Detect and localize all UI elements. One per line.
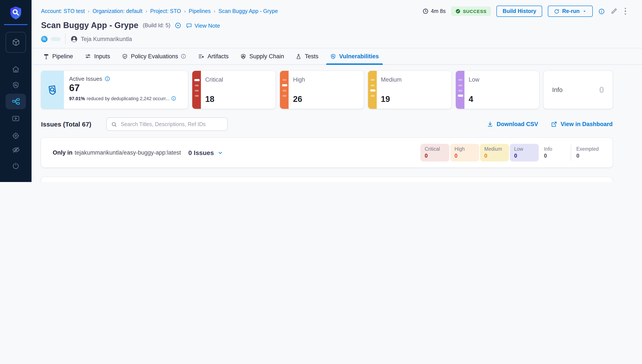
- critical-bar-icon: [192, 71, 201, 109]
- active-issues-count: 67: [69, 82, 183, 94]
- top-actions: 4m 8s SUCCESS Build History Re-run: [423, 6, 628, 17]
- executions-icon[interactable]: [6, 110, 26, 126]
- summary-cards: Active Issues 67 97.01% reduced by dedup…: [41, 71, 613, 109]
- info-card[interactable]: Info 0: [543, 71, 613, 109]
- download-csv-link[interactable]: Download CSV: [487, 121, 538, 128]
- breadcrumb-current[interactable]: Scan Buggy App - Grype: [218, 8, 278, 14]
- discovery-icon[interactable]: [6, 158, 26, 174]
- info-icon: [181, 54, 186, 59]
- chip-medium[interactable]: Medium0: [480, 144, 509, 162]
- flask-icon: [296, 53, 302, 59]
- active-issues-label: Active Issues: [69, 76, 183, 82]
- low-bar-icon: [456, 71, 464, 109]
- breadcrumb-pipelines[interactable]: Pipelines: [189, 8, 211, 14]
- tab-policy-evaluations[interactable]: Policy Evaluations: [122, 48, 186, 64]
- info-icon[interactable]: [598, 8, 605, 14]
- status-badge: SUCCESS: [451, 6, 491, 16]
- info-count: 0: [599, 85, 604, 95]
- execution-meta-row: Teja Kummarikuntla: [41, 34, 628, 44]
- search-input[interactable]: [121, 121, 223, 127]
- view-in-dashboard-link[interactable]: View in Dashboard: [551, 121, 613, 128]
- info-icon[interactable]: [104, 76, 110, 82]
- medium-card[interactable]: Medium 19: [368, 71, 451, 109]
- baselines-eye-off-icon[interactable]: [6, 142, 26, 158]
- breadcrumb-project[interactable]: Project: STO: [150, 8, 181, 14]
- logo-divider: [4, 24, 28, 25]
- main-content: Account: STO test › Organization: defaul…: [32, 0, 642, 182]
- build-history-button[interactable]: Build History: [497, 6, 542, 17]
- top-bar: Account: STO test › Organization: defaul…: [41, 6, 628, 17]
- replay-icon[interactable]: [175, 22, 182, 29]
- breadcrumb-separator: ›: [214, 8, 215, 14]
- home-icon[interactable]: [6, 61, 26, 77]
- tab-bar: Pipeline Inputs Policy Evaluations Artif…: [32, 48, 642, 65]
- artifacts-icon: [198, 53, 205, 60]
- medium-label: Medium: [381, 76, 402, 83]
- refresh-icon: [554, 8, 559, 14]
- module-cube-icon[interactable]: [6, 32, 26, 53]
- medium-count: 19: [381, 94, 390, 104]
- build-id: (Build Id: 5): [143, 22, 170, 28]
- low-card[interactable]: Low 4: [456, 71, 539, 109]
- active-issues-icon-pane: [41, 71, 64, 109]
- only-in-panel: Only in tejakummarikuntla/easy-buggy-app…: [41, 138, 613, 168]
- tab-pipeline[interactable]: Pipeline: [43, 48, 73, 64]
- issues-toolbar: Issues (Total 67) Download CSV View in D…: [41, 118, 613, 131]
- supply-chain-shield-icon: [240, 53, 246, 59]
- title-row: Scan Buggy App - Grype (Build Id: 5) Vie…: [41, 21, 628, 30]
- low-count: 4: [469, 94, 473, 104]
- high-label: High: [293, 76, 305, 83]
- active-issues-card[interactable]: Active Issues 67 97.01% reduced by dedup…: [41, 71, 188, 109]
- shield-search-icon: [47, 84, 58, 96]
- pipelines-icon[interactable]: [6, 94, 26, 109]
- tab-tests[interactable]: Tests: [296, 48, 318, 64]
- tab-vulnerabilities[interactable]: Vulnerabilities: [330, 48, 379, 64]
- overview-shield-icon[interactable]: [6, 77, 26, 93]
- vulnerabilities-shield-icon: [330, 53, 336, 59]
- toolbar-links: Download CSV View in Dashboard: [487, 121, 613, 128]
- download-icon: [487, 121, 494, 128]
- left-nav-sidebar: TK: [0, 0, 32, 182]
- common-to-header: Common to previous scan 67 Issues Critic…: [41, 177, 613, 182]
- issues-total-title: Issues (Total 67): [41, 120, 91, 128]
- rerun-button[interactable]: Re-run: [548, 6, 592, 17]
- search-icon: [111, 121, 117, 127]
- more-options-kebab-icon[interactable]: [623, 7, 628, 16]
- check-circle-icon: [456, 9, 461, 14]
- high-card[interactable]: High 26: [280, 71, 364, 109]
- breadcrumb-separator: ›: [145, 8, 147, 14]
- external-link-icon: [551, 121, 557, 128]
- edit-pencil-icon[interactable]: [610, 8, 617, 15]
- breadcrumb-account[interactable]: Account: STO test: [41, 8, 85, 14]
- chip-exempted[interactable]: Exempted0: [572, 144, 606, 162]
- tab-artifacts[interactable]: Artifacts: [198, 48, 229, 64]
- chip-critical[interactable]: Critical0: [420, 144, 449, 162]
- chip-info[interactable]: Info0: [540, 144, 571, 162]
- view-note-link[interactable]: View Note: [186, 22, 220, 29]
- chip-divider: [571, 145, 571, 161]
- breadcrumb: Account: STO test › Organization: defaul…: [41, 8, 278, 14]
- policy-shield-icon: [122, 53, 128, 59]
- critical-label: Critical: [205, 76, 223, 83]
- user-icon: [71, 35, 78, 42]
- critical-count: 18: [205, 94, 214, 104]
- active-issues-body: Active Issues 67 97.01% reduced by dedup…: [64, 71, 188, 109]
- comment-icon: [186, 22, 192, 29]
- tag-pill: [51, 37, 61, 41]
- targets-icon[interactable]: [6, 128, 26, 143]
- clock-icon: [423, 8, 429, 14]
- caret-down-icon: [582, 9, 586, 14]
- only-in-count: 0 Issues: [188, 149, 214, 156]
- harness-sto-logo-icon[interactable]: [0, 5, 32, 20]
- critical-card[interactable]: Critical 18: [192, 71, 276, 109]
- chevron-down-icon[interactable]: [217, 150, 223, 156]
- chip-high[interactable]: High0: [450, 144, 479, 162]
- chip-low[interactable]: Low0: [510, 144, 539, 162]
- pipeline-icon: [43, 53, 49, 59]
- tab-supply-chain[interactable]: Supply Chain: [240, 48, 284, 64]
- breadcrumb-organization[interactable]: Organization: default: [93, 8, 142, 14]
- info-icon[interactable]: [171, 96, 176, 101]
- tab-inputs[interactable]: Inputs: [85, 48, 110, 64]
- issues-search[interactable]: [107, 118, 228, 131]
- app-root: TK Account: STO test › Organization: def…: [0, 0, 642, 182]
